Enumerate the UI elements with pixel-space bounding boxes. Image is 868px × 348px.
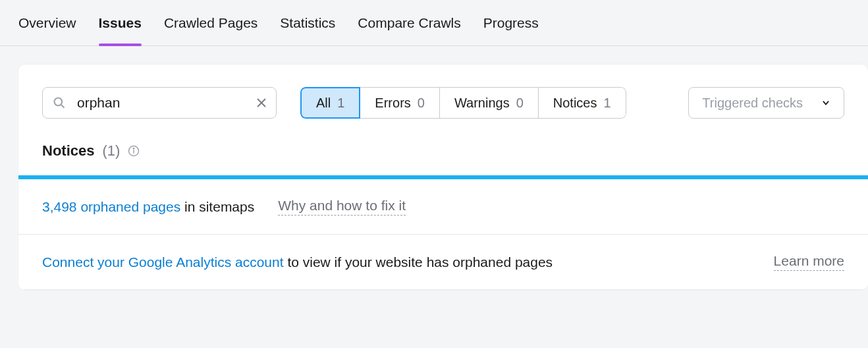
filter-warnings[interactable]: Warnings 0: [440, 87, 539, 119]
issue-suffix: to view if your website has orphaned pag…: [284, 254, 553, 270]
filter-all-count: 1: [337, 96, 344, 111]
section-count: (1): [102, 142, 120, 160]
tab-overview[interactable]: Overview: [18, 0, 76, 45]
filter-errors-label: Errors: [375, 96, 410, 111]
tab-progress[interactable]: Progress: [483, 0, 539, 45]
learn-more-link[interactable]: Learn more: [774, 253, 844, 271]
orphaned-pages-link[interactable]: 3,498 orphaned pages: [42, 199, 180, 214]
toolbar: All 1 Errors 0 Warnings 0 Notices 1 Trig…: [18, 65, 868, 137]
dropdown-label: Triggered checks: [702, 96, 803, 111]
svg-point-0: [55, 98, 63, 106]
issue-row: 3,498 orphaned pages in sitemaps Why and…: [18, 179, 868, 235]
filter-notices-label: Notices: [553, 96, 597, 111]
filter-warnings-count: 0: [516, 96, 524, 111]
issue-row: Connect your Google Analytics account to…: [18, 235, 868, 290]
filter-warnings-label: Warnings: [454, 96, 510, 111]
tab-crawled-pages[interactable]: Crawled Pages: [164, 0, 258, 45]
tab-compare-crawls[interactable]: Compare Crawls: [358, 0, 460, 45]
svg-line-1: [61, 105, 65, 108]
svg-point-6: [134, 148, 135, 150]
search-input[interactable]: [42, 87, 277, 119]
main-tabs: Overview Issues Crawled Pages Statistics…: [0, 0, 868, 46]
tab-statistics[interactable]: Statistics: [280, 0, 335, 45]
issue-text: 3,498 orphaned pages in sitemaps: [42, 199, 254, 215]
clear-search-icon[interactable]: [256, 97, 267, 109]
tab-issues[interactable]: Issues: [99, 0, 142, 45]
notices-section-header: Notices (1): [18, 137, 868, 175]
filter-notices[interactable]: Notices 1: [539, 87, 626, 119]
issue-suffix: in sitemaps: [180, 199, 254, 214]
filter-all[interactable]: All 1: [300, 87, 360, 119]
info-icon[interactable]: [128, 145, 140, 157]
section-title: Notices: [42, 142, 94, 160]
filter-all-label: All: [316, 96, 331, 111]
connect-ga-link[interactable]: Connect your Google Analytics account: [42, 254, 284, 270]
issues-panel: All 1 Errors 0 Warnings 0 Notices 1 Trig…: [18, 65, 868, 290]
filter-errors[interactable]: Errors 0: [360, 87, 440, 119]
triggered-checks-dropdown[interactable]: Triggered checks: [688, 87, 844, 119]
filter-errors-count: 0: [418, 96, 425, 111]
filter-notices-count: 1: [604, 96, 611, 111]
search-icon: [53, 96, 66, 109]
filter-group: All 1 Errors 0 Warnings 0 Notices 1: [300, 87, 626, 119]
chevron-down-icon: [821, 98, 830, 107]
issue-text: Connect your Google Analytics account to…: [42, 254, 553, 270]
search-box: [42, 87, 277, 119]
why-how-fix-link[interactable]: Why and how to fix it: [278, 198, 406, 216]
